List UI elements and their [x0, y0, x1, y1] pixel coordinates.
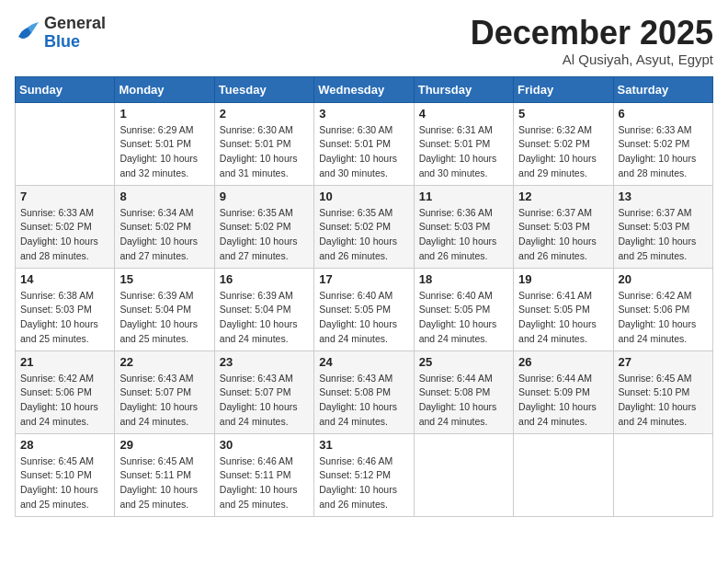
- day-info: Sunrise: 6:33 AMSunset: 5:02 PMDaylight:…: [20, 206, 109, 264]
- calendar-cell: 27Sunrise: 6:45 AMSunset: 5:10 PMDayligh…: [613, 350, 712, 433]
- calendar-cell: 21Sunrise: 6:42 AMSunset: 5:06 PMDayligh…: [16, 350, 115, 433]
- day-number: 25: [419, 355, 508, 369]
- calendar-cell: 7Sunrise: 6:33 AMSunset: 5:02 PMDaylight…: [16, 185, 115, 268]
- day-number: 5: [518, 107, 608, 121]
- calendar-cell: [16, 102, 115, 185]
- day-info: Sunrise: 6:43 AMSunset: 5:07 PMDaylight:…: [220, 372, 309, 430]
- day-number: 13: [619, 190, 708, 203]
- day-number: 27: [619, 355, 708, 369]
- day-number: 4: [419, 107, 508, 121]
- day-info: Sunrise: 6:41 AMSunset: 5:05 PMDaylight:…: [518, 289, 608, 347]
- day-number: 16: [220, 272, 309, 286]
- day-info: Sunrise: 6:44 AMSunset: 5:08 PMDaylight:…: [419, 372, 508, 430]
- day-info: Sunrise: 6:39 AMSunset: 5:04 PMDaylight:…: [119, 289, 209, 347]
- day-info: Sunrise: 6:45 AMSunset: 5:10 PMDaylight:…: [619, 372, 708, 430]
- calendar-cell: 8Sunrise: 6:34 AMSunset: 5:02 PMDaylight…: [115, 185, 214, 268]
- calendar-cell: 30Sunrise: 6:46 AMSunset: 5:11 PMDayligh…: [214, 433, 313, 516]
- calendar-cell: 22Sunrise: 6:43 AMSunset: 5:07 PMDayligh…: [115, 350, 214, 433]
- calendar-week-3: 14Sunrise: 6:38 AMSunset: 5:03 PMDayligh…: [16, 268, 713, 350]
- calendar-cell: 11Sunrise: 6:36 AMSunset: 5:03 PMDayligh…: [414, 185, 513, 268]
- day-number: 20: [619, 272, 708, 286]
- day-info: Sunrise: 6:36 AMSunset: 5:03 PMDaylight:…: [419, 206, 508, 264]
- calendar-cell: 12Sunrise: 6:37 AMSunset: 5:03 PMDayligh…: [514, 185, 613, 268]
- day-number: 15: [119, 272, 209, 286]
- calendar-cell: 6Sunrise: 6:33 AMSunset: 5:02 PMDaylight…: [613, 102, 712, 185]
- day-info: Sunrise: 6:39 AMSunset: 5:04 PMDaylight:…: [220, 289, 309, 347]
- calendar-cell: 9Sunrise: 6:35 AMSunset: 5:02 PMDaylight…: [214, 185, 313, 268]
- calendar-week-1: 1Sunrise: 6:29 AMSunset: 5:01 PMDaylight…: [16, 102, 713, 185]
- weekday-header-tuesday: Tuesday: [214, 76, 313, 102]
- calendar-cell: 5Sunrise: 6:32 AMSunset: 5:02 PMDaylight…: [514, 102, 613, 185]
- logo-general: General: [44, 14, 106, 32]
- day-info: Sunrise: 6:40 AMSunset: 5:05 PMDaylight:…: [319, 289, 408, 347]
- day-info: Sunrise: 6:45 AMSunset: 5:11 PMDaylight:…: [119, 454, 209, 512]
- day-number: 30: [220, 438, 309, 452]
- day-info: Sunrise: 6:40 AMSunset: 5:05 PMDaylight:…: [419, 289, 508, 347]
- logo-text: General Blue: [44, 15, 106, 52]
- calendar-cell: 20Sunrise: 6:42 AMSunset: 5:06 PMDayligh…: [613, 268, 712, 350]
- calendar-cell: 24Sunrise: 6:43 AMSunset: 5:08 PMDayligh…: [314, 350, 414, 433]
- logo-bird-icon: [15, 20, 40, 42]
- day-info: Sunrise: 6:31 AMSunset: 5:01 PMDaylight:…: [419, 123, 508, 181]
- day-info: Sunrise: 6:30 AMSunset: 5:01 PMDaylight:…: [319, 123, 408, 181]
- day-number: 1: [119, 107, 209, 121]
- day-info: Sunrise: 6:37 AMSunset: 5:03 PMDaylight:…: [518, 206, 608, 264]
- day-number: 22: [119, 355, 209, 369]
- day-number: 6: [619, 107, 708, 121]
- day-number: 2: [220, 107, 309, 121]
- calendar-cell: [514, 433, 613, 516]
- weekday-header-saturday: Saturday: [613, 76, 712, 102]
- location: Al Qusiyah, Asyut, Egypt: [471, 52, 713, 67]
- day-info: Sunrise: 6:42 AMSunset: 5:06 PMDaylight:…: [619, 289, 708, 347]
- calendar-cell: 2Sunrise: 6:30 AMSunset: 5:01 PMDaylight…: [214, 102, 313, 185]
- calendar-cell: 1Sunrise: 6:29 AMSunset: 5:01 PMDaylight…: [115, 102, 214, 185]
- day-number: 14: [20, 272, 109, 286]
- day-info: Sunrise: 6:33 AMSunset: 5:02 PMDaylight:…: [619, 123, 708, 181]
- day-number: 28: [20, 438, 109, 452]
- day-info: Sunrise: 6:44 AMSunset: 5:09 PMDaylight:…: [518, 372, 608, 430]
- calendar-cell: 4Sunrise: 6:31 AMSunset: 5:01 PMDaylight…: [414, 102, 513, 185]
- day-number: 8: [119, 190, 209, 203]
- day-info: Sunrise: 6:43 AMSunset: 5:08 PMDaylight:…: [319, 372, 408, 430]
- title-block: December 2025 Al Qusiyah, Asyut, Egypt: [471, 15, 713, 67]
- calendar-cell: 26Sunrise: 6:44 AMSunset: 5:09 PMDayligh…: [514, 350, 613, 433]
- day-number: 24: [319, 355, 408, 369]
- day-number: 9: [220, 190, 309, 203]
- calendar-cell: [613, 433, 712, 516]
- page-header: General Blue December 2025 Al Qusiyah, A…: [15, 15, 713, 67]
- day-info: Sunrise: 6:43 AMSunset: 5:07 PMDaylight:…: [119, 372, 209, 430]
- weekday-header-sunday: Sunday: [16, 76, 115, 102]
- day-number: 7: [20, 190, 109, 203]
- day-number: 21: [20, 355, 109, 369]
- calendar-cell: 25Sunrise: 6:44 AMSunset: 5:08 PMDayligh…: [414, 350, 513, 433]
- calendar-cell: 18Sunrise: 6:40 AMSunset: 5:05 PMDayligh…: [414, 268, 513, 350]
- day-number: 19: [518, 272, 608, 286]
- day-number: 23: [220, 355, 309, 369]
- calendar-cell: 14Sunrise: 6:38 AMSunset: 5:03 PMDayligh…: [16, 268, 115, 350]
- day-info: Sunrise: 6:32 AMSunset: 5:02 PMDaylight:…: [518, 123, 608, 181]
- day-info: Sunrise: 6:30 AMSunset: 5:01 PMDaylight:…: [220, 123, 309, 181]
- day-number: 29: [119, 438, 209, 452]
- day-info: Sunrise: 6:35 AMSunset: 5:02 PMDaylight:…: [319, 206, 408, 264]
- day-info: Sunrise: 6:46 AMSunset: 5:12 PMDaylight:…: [319, 454, 408, 512]
- calendar-cell: 28Sunrise: 6:45 AMSunset: 5:10 PMDayligh…: [16, 433, 115, 516]
- day-number: 31: [319, 438, 408, 452]
- day-info: Sunrise: 6:42 AMSunset: 5:06 PMDaylight:…: [20, 372, 109, 430]
- calendar-header: SundayMondayTuesdayWednesdayThursdayFrid…: [16, 76, 713, 102]
- weekday-header-monday: Monday: [115, 76, 214, 102]
- month-title: December 2025: [471, 15, 713, 52]
- calendar-cell: 17Sunrise: 6:40 AMSunset: 5:05 PMDayligh…: [314, 268, 414, 350]
- calendar-cell: [414, 433, 513, 516]
- day-number: 11: [419, 190, 508, 203]
- weekday-header-row: SundayMondayTuesdayWednesdayThursdayFrid…: [16, 76, 713, 102]
- calendar-cell: 19Sunrise: 6:41 AMSunset: 5:05 PMDayligh…: [514, 268, 613, 350]
- day-number: 26: [518, 355, 608, 369]
- day-number: 3: [319, 107, 408, 121]
- logo-blue: Blue: [44, 32, 80, 51]
- day-number: 12: [518, 190, 608, 203]
- day-info: Sunrise: 6:29 AMSunset: 5:01 PMDaylight:…: [119, 123, 209, 181]
- weekday-header-thursday: Thursday: [414, 76, 513, 102]
- calendar-week-4: 21Sunrise: 6:42 AMSunset: 5:06 PMDayligh…: [16, 350, 713, 433]
- day-number: 17: [319, 272, 408, 286]
- weekday-header-wednesday: Wednesday: [314, 76, 414, 102]
